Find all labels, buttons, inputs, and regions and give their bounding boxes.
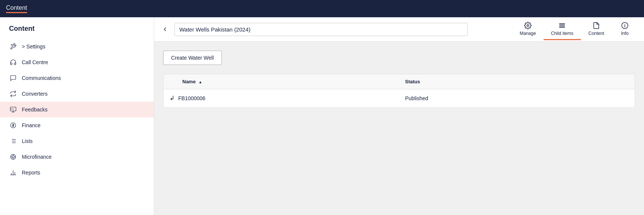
gear-icon [524, 22, 532, 29]
tab-info-label: Info [621, 31, 629, 36]
app-title: Content [6, 5, 27, 13]
tab-child-items-label: Child items [551, 31, 573, 36]
table-row[interactable]: ↲ FB1000006 Published [164, 89, 635, 107]
svg-point-5 [12, 109, 13, 110]
sidebar-item-call-centre-label: Call Centre [22, 59, 48, 65]
top-bar: Content [0, 0, 644, 17]
content-toolbar: Manage Child items [154, 17, 644, 42]
breadcrumb-input[interactable] [174, 23, 468, 36]
info-icon [621, 22, 629, 29]
toolbar-tabs: Manage Child items [512, 19, 638, 40]
list-lines-icon [558, 22, 566, 29]
sidebar-item-reports[interactable]: Reports [0, 165, 154, 180]
microfinance-icon [9, 153, 17, 161]
table-cell-name: ↲ FB1000006 [164, 89, 399, 107]
items-table: Name ▲ Status ↲ FB1000006 [163, 74, 635, 107]
sidebar-item-settings[interactable]: > Settings [0, 39, 154, 54]
coin-icon [9, 121, 17, 129]
content-area: Manage Child items [154, 17, 644, 215]
sidebar-item-lists[interactable]: Lists [0, 133, 154, 149]
row-arrow-icon: ↲ [170, 95, 174, 102]
content-body: Create Water Well Name ▲ Status [154, 42, 644, 215]
sidebar-item-feedbacks[interactable]: Feedbacks [0, 102, 154, 117]
file-icon [592, 22, 600, 29]
sidebar-item-converters[interactable]: Converters [0, 86, 154, 102]
table-header-row: Name ▲ Status [164, 74, 635, 89]
create-water-well-button[interactable]: Create Water Well [163, 51, 222, 65]
tab-content[interactable]: Content [581, 19, 612, 40]
sidebar-item-finance[interactable]: Finance [0, 117, 154, 133]
svg-point-6 [13, 109, 14, 110]
svg-point-24 [527, 24, 529, 26]
sidebar-item-reports-label: Reports [22, 170, 40, 176]
sidebar-item-communications[interactable]: Communications [0, 70, 154, 86]
svg-point-15 [12, 156, 14, 158]
sidebar-item-microfinance[interactable]: Microfinance [0, 149, 154, 165]
sidebar-item-communications-label: Communications [22, 75, 61, 81]
main-layout: Content > Settings Call Centre [0, 17, 644, 215]
wrench-icon [9, 42, 17, 51]
sidebar-item-feedbacks-label: Feedbacks [22, 107, 47, 113]
tab-content-label: Content [588, 31, 604, 36]
sort-icon-name: ▲ [199, 80, 202, 84]
tab-manage-label: Manage [520, 31, 536, 36]
tab-manage[interactable]: Manage [512, 19, 543, 40]
sidebar-item-lists-label: Lists [22, 138, 33, 144]
sidebar-item-microfinance-label: Microfinance [22, 154, 52, 160]
table-cell-status: Published [399, 89, 635, 107]
sidebar: Content > Settings Call Centre [0, 17, 154, 215]
tab-info[interactable]: Info [612, 19, 638, 40]
reports-icon [9, 168, 17, 177]
exchange-icon [9, 90, 17, 98]
back-button[interactable] [160, 24, 170, 34]
list-icon [9, 137, 17, 145]
col-header-name[interactable]: Name ▲ [164, 74, 399, 89]
feedback-icon [9, 105, 17, 114]
sidebar-item-settings-label: > Settings [22, 44, 45, 50]
sidebar-item-converters-label: Converters [22, 91, 47, 97]
headset-icon [9, 58, 17, 66]
svg-point-4 [11, 109, 12, 110]
sidebar-item-finance-label: Finance [22, 122, 41, 128]
svg-point-0 [11, 44, 12, 45]
col-header-status[interactable]: Status [399, 74, 635, 89]
sidebar-heading: Content [0, 25, 154, 39]
tab-child-items[interactable]: Child items [544, 19, 581, 40]
sidebar-item-call-centre[interactable]: Call Centre [0, 54, 154, 70]
chat-icon [9, 74, 17, 82]
